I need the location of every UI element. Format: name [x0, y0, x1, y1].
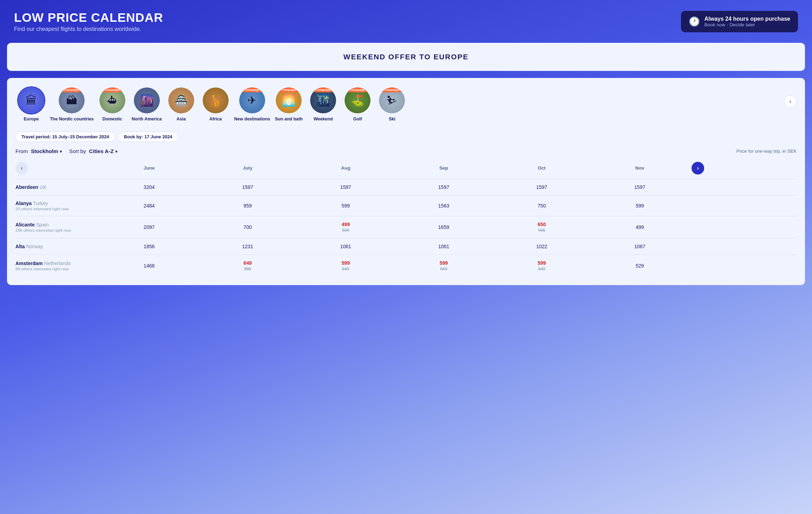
price-cell-0-2[interactable]: 1597 — [297, 179, 395, 195]
price-cell-1-0[interactable]: 2484 — [100, 196, 199, 216]
price-cell-0-4[interactable]: 1597 — [493, 179, 591, 195]
dest-city-0[interactable]: Aberdeen UK — [15, 179, 100, 195]
price-extra-2 — [689, 216, 797, 238]
from-selector[interactable]: From Stockholm ▾ — [15, 148, 62, 154]
sort-chevron-icon: ▾ — [115, 149, 118, 154]
category-img-ski: Campaign ⛷ — [378, 86, 406, 114]
price-cell-3-1[interactable]: 1231 — [199, 238, 297, 255]
purchase-badge[interactable]: 🕐 Always 24 hours open purchase Book now… — [681, 11, 798, 32]
price-cell-0-5[interactable]: 1597 — [591, 179, 689, 195]
category-item-asia[interactable]: 🏯 Asia — [165, 86, 197, 122]
price-cell-3-5[interactable]: 1067 — [591, 238, 689, 255]
price-cell-3-3[interactable]: 1061 — [395, 238, 493, 255]
col-aug: Aug — [297, 158, 395, 179]
weekend-offer-title: WEEKEND OFFER TO EUROPE — [14, 53, 798, 61]
category-item-golf[interactable]: Campaign ⛳ Golf — [342, 86, 373, 122]
category-label-northamerica: North America — [132, 117, 162, 122]
category-item-europe[interactable]: 🏛 Europe — [15, 86, 47, 122]
table-row: Aberdeen UK 3204 1597 1597 1597 1597 159… — [15, 179, 797, 195]
travel-info-row: Travel period: 15 July–15 December 2024 … — [15, 132, 797, 142]
dest-city-4[interactable]: Amsterdam Netherlands 88 others interest… — [15, 255, 100, 277]
category-label-europe: Europe — [24, 117, 39, 122]
category-item-northamerica[interactable]: 🌆 North America — [131, 86, 163, 122]
campaign-badge-domestic: Campaign — [102, 87, 122, 92]
sort-selector[interactable]: Sort by Cities A-Z ▾ — [69, 148, 118, 154]
interested-1: 20 others interested right now — [15, 207, 97, 211]
book-by-label: Book by: — [124, 134, 143, 139]
travel-period-pill: Travel period: 15 July–15 December 2024 — [15, 132, 115, 142]
campaign-badge-weekend: Campaign — [313, 87, 333, 92]
price-cell-4-5[interactable]: 529 — [591, 255, 689, 277]
col-nov: Nov — [591, 158, 689, 179]
category-img-africa: 🦒 — [202, 86, 230, 114]
category-img-europe: 🏛 — [17, 86, 45, 114]
badge-line2: Book now - Decide later — [704, 22, 790, 27]
price-cell-4-0[interactable]: 1468 — [100, 255, 199, 277]
from-label: From — [15, 148, 28, 154]
price-cell-0-0[interactable]: 3204 — [100, 179, 199, 195]
dest-city-1[interactable]: Alanya Turkey 20 others interested right… — [15, 196, 100, 216]
price-cell-2-0[interactable]: 2097 — [100, 216, 199, 238]
category-img-sunbath: Campaign 🌅 — [275, 86, 303, 114]
price-cell-1-3[interactable]: 1563 — [395, 196, 493, 216]
campaign-badge-nordic: Campaign — [62, 87, 82, 92]
col-oct: Oct — [493, 158, 591, 179]
category-label-sunbath: Sun and bath — [275, 117, 303, 122]
category-item-ski[interactable]: Campaign ⛷ Ski — [376, 86, 408, 122]
price-cell-3-2[interactable]: 1061 — [297, 238, 395, 255]
price-cell-1-5[interactable]: 599 — [591, 196, 689, 216]
interested-2: 296 others interested right now — [15, 228, 97, 232]
category-label-nordic: The Nordic countries — [50, 117, 94, 122]
page-title: LOW PRICE CALENDAR — [14, 11, 163, 25]
category-item-africa[interactable]: 🦒 Africa — [200, 86, 231, 122]
price-cell-2-5[interactable]: 499 — [591, 216, 689, 238]
price-cell-4-1[interactable]: 649 886 — [199, 255, 297, 277]
category-icon-europe: 🏛 — [18, 87, 44, 113]
table-row: Alta Norway 1856 1231 1061 1061 1022 106… — [15, 238, 797, 255]
category-label-golf: Golf — [353, 117, 362, 122]
chevron-down-icon: ▾ — [60, 149, 62, 154]
col-june: June — [100, 158, 199, 179]
next-month-button[interactable]: › — [692, 162, 704, 174]
category-item-nordic[interactable]: Campaign 🏔 The Nordic countries — [50, 86, 94, 122]
price-cell-4-3[interactable]: 599 649 — [395, 255, 493, 277]
header: LOW PRICE CALENDAR Find our cheapest fli… — [0, 0, 812, 43]
book-by-pill: Book by: 17 June 2024 — [118, 132, 178, 142]
price-cell-4-2[interactable]: 599 649 — [297, 255, 395, 277]
price-cell-2-3[interactable]: 1659 — [395, 216, 493, 238]
price-cell-0-1[interactable]: 1597 — [199, 179, 297, 195]
col-sep: Sep — [395, 158, 493, 179]
campaign-badge-sunbath: Campaign — [279, 87, 299, 92]
price-cell-2-2[interactable]: 499 599 — [297, 216, 395, 238]
category-label-ski: Ski — [389, 117, 395, 122]
campaign-badge-golf: Campaign — [348, 87, 368, 92]
calendar-table: ‹ June July Aug Sep Oct Nov › Aberdeen U… — [15, 158, 797, 277]
dest-city-3[interactable]: Alta Norway — [15, 238, 100, 255]
price-cell-0-3[interactable]: 1597 — [395, 179, 493, 195]
page-subtitle: Find our cheapest flights to destination… — [14, 26, 163, 32]
dest-city-2[interactable]: Alicante Spain 296 others interested rig… — [15, 216, 100, 238]
category-item-sunbath[interactable]: Campaign 🌅 Sun and bath — [273, 86, 304, 122]
price-cell-4-4[interactable]: 599 649 — [493, 255, 591, 277]
badge-text: Always 24 hours open purchase Book now -… — [704, 16, 790, 27]
price-cell-1-2[interactable]: 599 — [297, 196, 395, 216]
price-cell-3-0[interactable]: 1856 — [100, 238, 199, 255]
prev-month-button[interactable]: ‹ — [15, 162, 28, 174]
category-item-newdest[interactable]: Campaign ✈ New destinations — [234, 86, 270, 122]
price-cell-1-1[interactable]: 959 — [199, 196, 297, 216]
category-icon-northamerica: 🌆 — [134, 87, 160, 113]
category-item-weekend[interactable]: Campaign 🌃 Weekend — [307, 86, 339, 122]
scroll-right-button[interactable]: › — [784, 95, 797, 108]
price-extra-4 — [689, 255, 797, 277]
price-cell-2-4[interactable]: 650 945 — [493, 216, 591, 238]
category-img-northamerica: 🌆 — [133, 86, 161, 114]
price-cell-3-4[interactable]: 1022 — [493, 238, 591, 255]
travel-period-value: 15 July–15 December 2024 — [52, 134, 109, 139]
filter-row: From Stockholm ▾ Sort by Cities A-Z ▾ Pr… — [15, 148, 797, 154]
category-item-domestic[interactable]: Campaign ⛴ Domestic — [97, 86, 128, 122]
campaign-badge-newdest: Campaign — [242, 87, 262, 92]
travel-period-label: Travel period: — [21, 134, 51, 139]
price-cell-2-1[interactable]: 700 — [199, 216, 297, 238]
price-cell-1-4[interactable]: 750 — [493, 196, 591, 216]
category-label-newdest: New destinations — [234, 117, 270, 122]
